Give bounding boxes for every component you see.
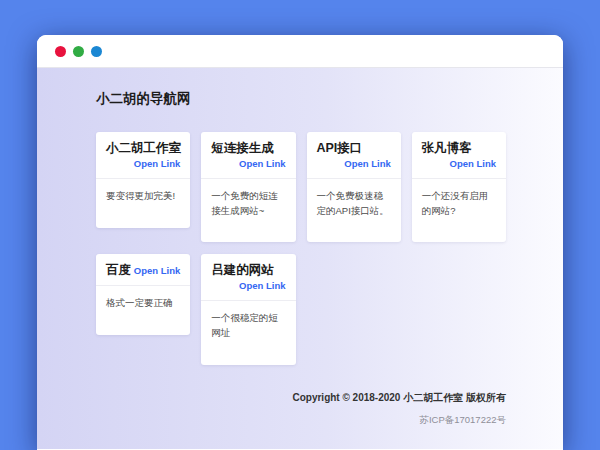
card-header: 短连接生成 Open Link: [201, 132, 295, 178]
window-minimize-icon[interactable]: [73, 46, 84, 57]
site-title: API接口: [317, 141, 363, 156]
open-link[interactable]: Open Link: [134, 263, 180, 278]
site-card-lvjian-site: 吕建的网站 Open Link 一个很稳定的短网址: [201, 254, 295, 364]
site-title: 短连接生成: [211, 141, 274, 156]
site-title: 吕建的网站: [211, 263, 274, 278]
copyright-text: Copyright © 2018-2020 小二胡工作室 版权所有: [96, 391, 506, 405]
card-header: API接口 Open Link: [307, 132, 401, 178]
open-link[interactable]: Open Link: [344, 156, 390, 171]
open-link[interactable]: Open Link: [239, 156, 285, 171]
site-title: 小二胡工作室: [106, 141, 181, 156]
site-card-api: API接口 Open Link 一个免费极速稳定的API接口站。: [307, 132, 401, 242]
site-description: 一个还没有启用的网站?: [412, 178, 506, 242]
open-link[interactable]: Open Link: [450, 156, 496, 171]
browser-window: 小二胡的导航网 小二胡工作室 Open Link 要变得更加完美! 短连接生成 …: [37, 35, 563, 450]
site-title: 百度: [106, 263, 131, 278]
card-header: 吕建的网站 Open Link: [201, 254, 295, 300]
window-maximize-icon[interactable]: [91, 46, 102, 57]
card-header: 张凡博客 Open Link: [412, 132, 506, 178]
site-card-zhangfan-blog: 张凡博客 Open Link 一个还没有启用的网站?: [412, 132, 506, 242]
site-card-baidu: 百度 Open Link 格式一定要正确: [96, 254, 190, 335]
site-description: 一个免费的短连接生成网站~: [201, 178, 295, 242]
site-description: 要变得更加完美!: [96, 178, 190, 228]
window-close-icon[interactable]: [55, 46, 66, 57]
cards-grid: 小二胡工作室 Open Link 要变得更加完美! 短连接生成 Open Lin…: [96, 132, 506, 365]
icp-number[interactable]: 苏ICP备17017222号: [96, 414, 506, 427]
card-header: 小二胡工作室 Open Link: [96, 132, 190, 178]
open-link[interactable]: Open Link: [134, 156, 180, 171]
window-titlebar: [37, 35, 563, 68]
site-description: 格式一定要正确: [96, 285, 190, 335]
open-link[interactable]: Open Link: [239, 278, 285, 293]
site-description: 一个免费极速稳定的API接口站。: [307, 178, 401, 242]
site-card-xiaoerhu-studio: 小二胡工作室 Open Link 要变得更加完美!: [96, 132, 190, 228]
page-body: 小二胡的导航网 小二胡工作室 Open Link 要变得更加完美! 短连接生成 …: [37, 68, 563, 449]
page-title: 小二胡的导航网: [96, 90, 506, 108]
site-title: 张凡博客: [422, 141, 472, 156]
site-card-short-link: 短连接生成 Open Link 一个免费的短连接生成网站~: [201, 132, 295, 242]
card-header: 百度 Open Link: [96, 254, 190, 285]
site-description: 一个很稳定的短网址: [201, 300, 295, 364]
footer: Copyright © 2018-2020 小二胡工作室 版权所有 苏ICP备1…: [96, 391, 506, 427]
